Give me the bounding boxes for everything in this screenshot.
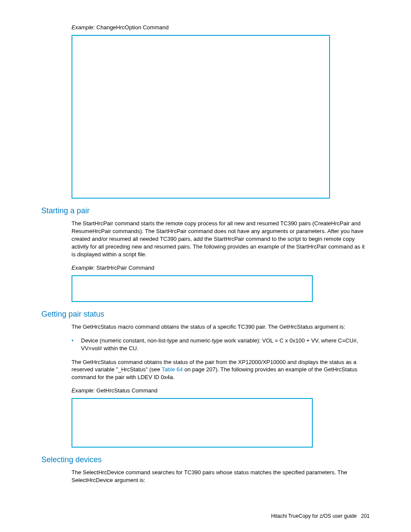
example-text-3: : GetHrcStatus Command bbox=[93, 387, 158, 394]
example-prefix-2: Example bbox=[72, 264, 93, 271]
para-selecting-devices: The SelectHrcDevice command searches for… bbox=[72, 469, 370, 484]
bullet-list-1: • Device (numeric constant, non-list-typ… bbox=[72, 337, 370, 352]
para-getting-pair-status-2: The GetHrcStatus command obtains the sta… bbox=[72, 358, 370, 382]
code-box-3 bbox=[72, 398, 313, 448]
heading-getting-pair-status: Getting pair status bbox=[41, 310, 370, 319]
bullet-icon: • bbox=[72, 337, 81, 352]
bullet-text: Device (numeric constant, non-list-type … bbox=[81, 337, 370, 352]
code-box-1 bbox=[72, 35, 330, 199]
example-text-1: : ChangeHrcOption Command bbox=[93, 24, 169, 31]
footer-title: Hitachi TrueCopy for z/OS user guide bbox=[271, 513, 357, 519]
page-number: 201 bbox=[361, 513, 370, 519]
heading-starting-a-pair: Starting a pair bbox=[41, 206, 370, 215]
code-box-2 bbox=[72, 275, 313, 302]
example-caption-2: Example: StartHrcPair Command bbox=[72, 264, 370, 271]
link-table-64[interactable]: Table 64 bbox=[162, 366, 183, 373]
example-prefix-3: Example bbox=[72, 387, 93, 394]
para-starting-a-pair: The StartHrcPair command starts the remo… bbox=[72, 220, 370, 258]
page-footer: Hitachi TrueCopy for z/OS user guide 201 bbox=[271, 513, 370, 519]
example-caption-3: Example: GetHrcStatus Command bbox=[72, 387, 370, 394]
example-caption-1: Example: ChangeHrcOption Command bbox=[72, 24, 370, 31]
example-prefix-1: Example bbox=[72, 24, 93, 31]
list-item: • Device (numeric constant, non-list-typ… bbox=[72, 337, 370, 352]
para-getting-pair-status-1: The GetHrcStatus macro command obtains t… bbox=[72, 323, 370, 331]
heading-selecting-devices: Selecting devices bbox=[41, 455, 370, 464]
example-text-2: : StartHrcPair Command bbox=[93, 264, 155, 271]
